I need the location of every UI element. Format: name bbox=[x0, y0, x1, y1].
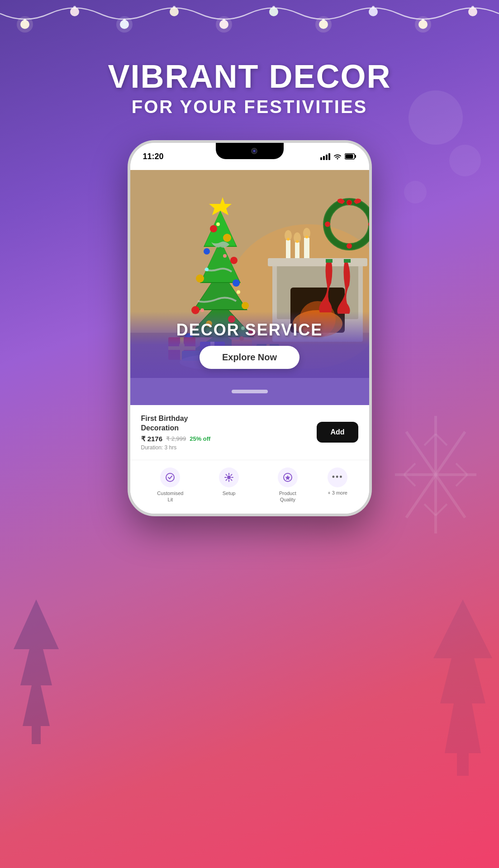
svg-rect-42 bbox=[323, 156, 325, 160]
svg-point-36 bbox=[17, 16, 33, 33]
status-icons bbox=[320, 153, 356, 160]
svg-line-7 bbox=[436, 504, 447, 515]
svg-point-103 bbox=[205, 268, 209, 271]
main-title: VIBRANT DECOR bbox=[0, 59, 499, 94]
product-pricing: ₹ 2176 ₹ 2,999 25% off bbox=[141, 435, 308, 443]
svg-rect-13 bbox=[32, 726, 41, 744]
product-quality-icon bbox=[278, 467, 298, 487]
battery-icon bbox=[345, 153, 356, 160]
phone-mockup: 11:20 bbox=[128, 140, 372, 516]
svg-point-23 bbox=[173, 6, 176, 9]
rating-item-3: ProductQuality bbox=[258, 467, 317, 503]
svg-point-76 bbox=[347, 200, 352, 205]
svg-point-67 bbox=[303, 228, 310, 239]
product-duration: Duration: 3 hrs bbox=[141, 444, 308, 451]
svg-point-74 bbox=[325, 222, 330, 227]
product-info: First BirthdayDecoration ₹ 2176 ₹ 2,999 … bbox=[141, 414, 308, 451]
product-card: First BirthdayDecoration ₹ 2176 ₹ 2,999 … bbox=[130, 405, 369, 460]
phone-bottom-section: First BirthdayDecoration ₹ 2176 ₹ 2,999 … bbox=[130, 378, 369, 514]
product-original-price: ₹ 2,999 bbox=[166, 435, 186, 442]
svg-point-27 bbox=[272, 6, 275, 9]
svg-point-75 bbox=[347, 243, 352, 249]
svg-point-40 bbox=[415, 16, 431, 33]
product-name: First BirthdayDecoration bbox=[141, 414, 308, 433]
svg-point-102 bbox=[223, 254, 227, 258]
rating-more: ••• + 3 more bbox=[317, 467, 358, 495]
bg-decoration-circle-2 bbox=[449, 145, 481, 176]
svg-rect-41 bbox=[320, 157, 322, 160]
svg-point-92 bbox=[230, 257, 238, 264]
svg-rect-48 bbox=[345, 155, 353, 159]
product-price: ₹ 2176 bbox=[141, 435, 163, 443]
svg-rect-69 bbox=[344, 259, 351, 263]
svg-point-93 bbox=[196, 274, 204, 283]
svg-point-89 bbox=[210, 225, 217, 232]
camera-icon bbox=[251, 148, 257, 154]
product-quality-label: ProductQuality bbox=[279, 490, 296, 503]
rating-row: CustomisedLit Setup bbox=[130, 460, 369, 514]
svg-point-31 bbox=[372, 6, 375, 9]
phone-notch bbox=[216, 143, 284, 159]
setup-icon bbox=[219, 467, 239, 487]
svg-rect-15 bbox=[457, 753, 469, 776]
svg-point-90 bbox=[223, 234, 231, 242]
svg-line-9 bbox=[404, 475, 415, 486]
wifi-icon bbox=[333, 153, 342, 160]
svg-point-91 bbox=[204, 248, 210, 255]
snowflake-icon bbox=[386, 407, 485, 555]
bg-decoration-circle-3 bbox=[404, 181, 427, 203]
phone-time: 11:20 bbox=[143, 152, 164, 161]
purple-action-bar bbox=[130, 378, 369, 405]
svg-point-96 bbox=[242, 302, 249, 309]
svg-point-94 bbox=[233, 279, 240, 287]
svg-point-101 bbox=[216, 222, 220, 226]
svg-rect-63 bbox=[304, 238, 309, 258]
string-lights bbox=[0, 0, 499, 54]
svg-point-66 bbox=[294, 232, 301, 243]
svg-marker-14 bbox=[433, 599, 492, 753]
svg-line-10 bbox=[456, 463, 467, 475]
more-dots-icon: ••• bbox=[328, 467, 347, 487]
svg-rect-47 bbox=[355, 155, 356, 158]
drag-handle bbox=[232, 390, 268, 393]
svg-line-4 bbox=[424, 434, 436, 445]
more-label: + 3 more bbox=[328, 490, 347, 495]
svg-rect-58 bbox=[268, 258, 367, 266]
svg-point-104 bbox=[237, 290, 240, 294]
card-overlay: DECOR SERVICE Explore Now bbox=[130, 311, 369, 378]
explore-now-button[interactable]: Explore Now bbox=[200, 346, 299, 369]
phone-frame: 11:20 bbox=[128, 140, 372, 516]
rating-item-1: CustomisedLit bbox=[141, 467, 200, 503]
svg-point-35 bbox=[471, 6, 474, 9]
svg-line-5 bbox=[436, 434, 447, 445]
rating-item-2: Setup bbox=[200, 467, 258, 496]
svg-marker-12 bbox=[14, 599, 59, 726]
svg-point-121 bbox=[227, 476, 231, 479]
add-to-cart-button[interactable]: Add bbox=[317, 422, 358, 443]
svg-line-11 bbox=[456, 475, 467, 486]
svg-rect-61 bbox=[295, 242, 299, 258]
product-discount-badge: 25% off bbox=[190, 435, 210, 442]
svg-point-120 bbox=[166, 473, 174, 481]
svg-point-38 bbox=[216, 16, 232, 33]
svg-point-39 bbox=[315, 16, 332, 33]
signal-icon bbox=[320, 153, 330, 160]
service-card: DECOR SERVICE Explore Now bbox=[130, 170, 369, 378]
setup-label: Setup bbox=[223, 490, 236, 496]
tree-silhouette-left bbox=[9, 595, 63, 778]
tree-silhouette-right bbox=[427, 595, 499, 823]
svg-point-45 bbox=[337, 158, 338, 160]
phone-status-bar: 11:20 bbox=[130, 143, 369, 170]
svg-point-19 bbox=[73, 6, 76, 9]
svg-point-37 bbox=[116, 16, 133, 33]
service-title: DECOR SERVICE bbox=[139, 321, 360, 340]
svg-rect-44 bbox=[328, 153, 330, 160]
svg-line-8 bbox=[404, 463, 415, 475]
svg-line-6 bbox=[424, 504, 436, 515]
header-section: VIBRANT DECOR FOR YOUR FESTIVITIES bbox=[0, 59, 499, 117]
svg-rect-68 bbox=[326, 259, 333, 263]
svg-rect-43 bbox=[326, 155, 328, 160]
sub-title: FOR YOUR FESTIVITIES bbox=[0, 97, 499, 117]
svg-rect-59 bbox=[286, 240, 290, 258]
customised-label: CustomisedLit bbox=[157, 490, 183, 503]
